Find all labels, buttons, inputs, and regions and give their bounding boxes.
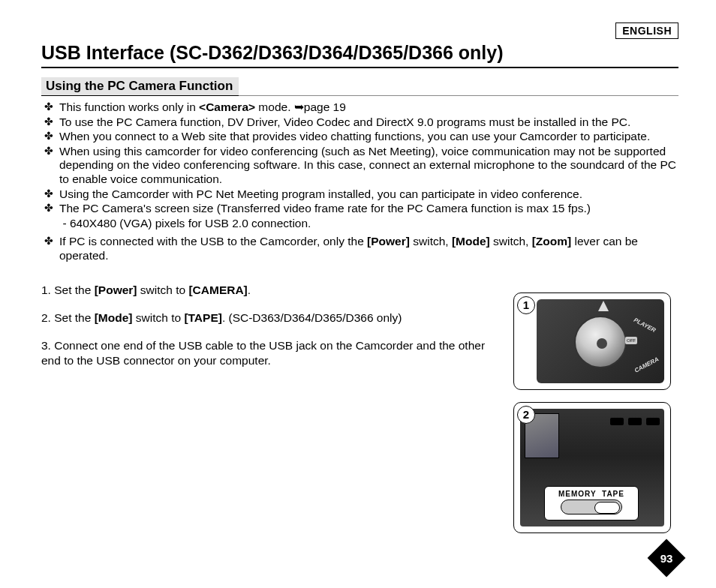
port-icon (610, 418, 624, 425)
mode-label: [Mode] (452, 235, 490, 248)
dial-pointer-icon (598, 301, 609, 311)
tape-label: TAPE (602, 490, 624, 498)
step-text: 2. Set the (41, 311, 95, 324)
note-item: When using this camcorder for video conf… (41, 145, 678, 187)
figure-number-badge: 1 (517, 296, 535, 314)
mode-label: <Camera> (199, 100, 255, 113)
figure-1: 1 PLAYER OFF CAMERA (513, 292, 671, 390)
language-badge: ENGLISH (615, 22, 678, 39)
note-item: To use the PC Camera function, DV Driver… (41, 116, 678, 130)
memory-label: MEMORY (558, 490, 596, 498)
figures-column: 1 PLAYER OFF CAMERA 2 MEMORY TAPE (513, 292, 671, 545)
mode-switch-panel: MEMORY TAPE (544, 486, 639, 520)
figure-number-badge: 2 (517, 406, 535, 424)
mode-slider-illustration (561, 500, 622, 514)
power-switch-label: [Power] (95, 284, 137, 296)
step-text: . (248, 284, 251, 296)
figure-2: 2 MEMORY TAPE (513, 402, 671, 533)
note-text: switch, (490, 235, 532, 248)
mode-switch-label: [Mode] (95, 311, 133, 324)
notes-list-2: If PC is connected with the USB to the C… (41, 235, 678, 262)
step-text: . (SC-D363/D364/D365/D366 only) (222, 311, 402, 324)
note-text: If PC is connected with the USB to the C… (59, 235, 367, 248)
port-icon (628, 418, 642, 425)
camera-value-label: [CAMERA] (188, 284, 247, 296)
mode-switch-labels: MEMORY TAPE (545, 490, 638, 498)
note-item: If PC is connected with the USB to the C… (41, 235, 678, 262)
power-label: [Power] (367, 235, 410, 248)
port-row-illustration (610, 418, 660, 425)
note-item: This function works only in <Camera> mod… (41, 100, 678, 115)
note-subline: -640X480 (VGA) pixels for USB 2.0 connec… (41, 217, 678, 231)
step-1: 1. Set the [Power] switch to [CAMERA]. (41, 283, 507, 297)
note-item: The PC Camera's screen size (Transferred… (41, 202, 678, 216)
page-ref: ➥page 19 (294, 100, 346, 113)
dial-off-label: OFF (625, 337, 637, 344)
note-text: This function works only in (59, 100, 199, 113)
step-2: 2. Set the [Mode] switch to [TAPE]. (SC-… (41, 310, 507, 325)
zoom-label: [Zoom] (532, 235, 572, 248)
note-sub-text: 640X480 (VGA) pixels for USB 2.0 connect… (70, 217, 311, 230)
step-text: 1. Set the (41, 284, 95, 296)
steps-list: 1. Set the [Power] switch to [CAMERA]. 2… (41, 283, 507, 368)
step-text: switch to (137, 284, 189, 296)
page-title: USB Interface (SC-D362/D363/D364/D365/D3… (41, 42, 678, 68)
note-text: mode. (255, 100, 294, 113)
note-text: switch, (410, 235, 452, 248)
tape-value-label: [TAPE] (184, 311, 222, 324)
page-number-badge: 93 (648, 539, 686, 578)
notes-list: This function works only in <Camera> mod… (41, 100, 678, 216)
port-icon (646, 418, 660, 425)
step-text: switch to (132, 311, 184, 324)
power-dial-illustration (574, 316, 627, 368)
note-item: When you connect to a Web site that prov… (41, 130, 678, 144)
step-3: 3. Connect one end of the USB cable to t… (41, 338, 507, 368)
page-number: 93 (653, 544, 680, 572)
section-heading: Using the PC Camera Function (41, 77, 239, 96)
note-item: Using the Camcorder with PC Net Meeting … (41, 188, 678, 202)
